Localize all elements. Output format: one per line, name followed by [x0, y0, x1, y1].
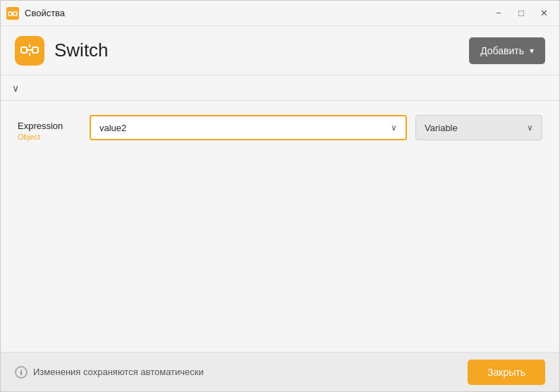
app-logo-icon: [6, 7, 19, 20]
footer-info: i Изменения сохраняются автоматически: [15, 366, 204, 379]
info-icon: i: [15, 366, 28, 379]
close-button[interactable]: Закрыть: [468, 360, 545, 385]
close-button-label: Закрыть: [487, 367, 525, 378]
header-row: Switch Добавить ▾: [1, 26, 559, 75]
expression-select[interactable]: value2 ∨: [90, 115, 407, 140]
window-title: Свойства: [25, 8, 65, 18]
svg-rect-4: [21, 47, 27, 53]
footer-info-text: Изменения сохраняются автоматически: [33, 367, 204, 377]
add-button[interactable]: Добавить ▾: [469, 37, 545, 64]
add-button-chevron-icon: ▾: [530, 46, 534, 56]
collapse-row[interactable]: ∨: [1, 75, 559, 101]
switch-icon-box: [15, 36, 44, 66]
footer: i Изменения сохраняются автоматически За…: [1, 352, 559, 391]
switch-svg-icon: [20, 42, 39, 60]
title-bar-controls: − □ ✕: [489, 5, 554, 22]
expression-label-sub: Object: [18, 133, 81, 141]
variable-select-label: Variable: [425, 123, 458, 133]
title-bar: Свойства − □ ✕: [1, 1, 559, 26]
title-bar-left: Свойства: [6, 7, 65, 20]
variable-select[interactable]: Variable ∨: [415, 115, 542, 140]
page-title: Switch: [54, 39, 109, 61]
close-window-button[interactable]: ✕: [534, 5, 554, 22]
window: Свойства − □ ✕ Switch Добавить ▾: [0, 0, 560, 392]
expression-label: Expression Object: [18, 115, 81, 141]
header-left: Switch: [15, 36, 109, 66]
minimize-button[interactable]: −: [489, 5, 509, 22]
expression-row: Expression Object value2 ∨ Variable ∨: [18, 115, 542, 141]
content-area: Expression Object value2 ∨ Variable ∨: [1, 101, 559, 352]
maximize-button[interactable]: □: [511, 5, 531, 22]
expression-chevron-icon: ∨: [391, 123, 397, 133]
variable-chevron-icon: ∨: [527, 123, 533, 133]
svg-rect-5: [32, 47, 38, 53]
collapse-chevron-icon[interactable]: ∨: [12, 82, 19, 94]
expression-select-value: value2: [99, 123, 126, 133]
expression-label-main: Expression: [18, 121, 81, 131]
add-button-label: Добавить: [480, 45, 524, 56]
